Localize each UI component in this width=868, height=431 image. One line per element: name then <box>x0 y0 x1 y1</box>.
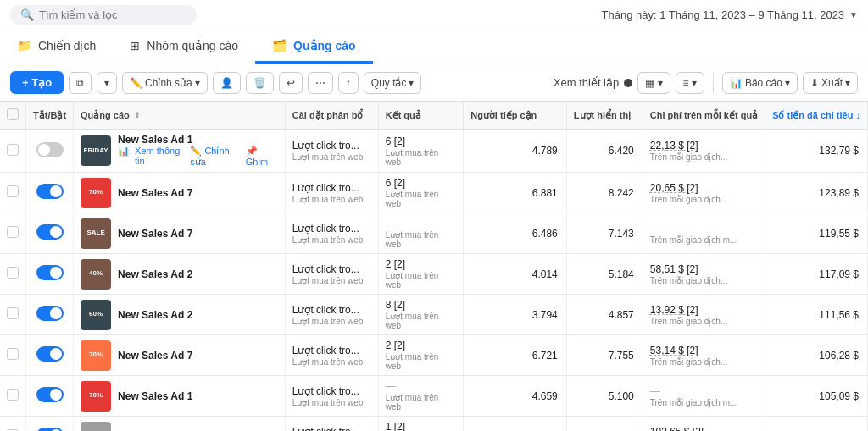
ad-name: New Sales Ad 2 <box>118 309 192 321</box>
row-checkbox-cell <box>0 254 26 295</box>
search-input[interactable] <box>39 8 175 21</box>
ads-table: Tắt/Bật Quảng cáo⬆ Cài đặt phân bổ Kết q… <box>0 102 868 431</box>
ad-thumbnail: 40% <box>81 259 111 290</box>
row-impressions-cell: 4.932 <box>566 417 643 432</box>
tab-chien-dich[interactable]: 📁 Chiến dịch <box>0 30 113 64</box>
ad-thumbnail: 50% <box>81 422 111 432</box>
col-check <box>0 102 26 130</box>
chevron-down-icon: ▼ <box>849 10 858 19</box>
ad-info: New Sales Ad 7 <box>118 350 192 362</box>
toolbar: + Tạo ⧉ ▾ ✏️ Chỉnh sửa ▾ 👤 🗑️ ↩ ⋯ ↑ Quy … <box>0 64 868 102</box>
tab-quang-cao[interactable]: 🗂️ Quảng cáo <box>255 30 373 64</box>
row-checkbox[interactable] <box>7 389 19 401</box>
tab-quang-cao-label: Quảng cáo <box>293 39 356 52</box>
row-ad-cell: SALE New Sales Ad 7 <box>74 213 286 254</box>
delete-button[interactable]: 🗑️ <box>246 72 274 94</box>
row-ad-cell: 70% New Sales Ad 7 <box>74 335 286 376</box>
row-spend-cell: 106,28 $ <box>765 335 868 376</box>
row-toggle[interactable] <box>36 265 64 280</box>
row-checkbox-cell <box>0 295 26 335</box>
row-impressions-cell: 4.857 <box>566 295 643 335</box>
row-spend-cell: 103,65 $ <box>765 417 868 432</box>
row-toggle[interactable] <box>36 428 64 431</box>
row-toggle-cell <box>26 213 74 254</box>
row-toggle[interactable] <box>36 387 64 402</box>
row-checkbox[interactable] <box>7 226 19 238</box>
row-toggle-cell <box>26 417 74 432</box>
col-imp-header: Lượt hiển thị <box>566 102 643 130</box>
select-all-checkbox[interactable] <box>7 108 19 120</box>
row-impressions-cell: 6.420 <box>566 130 643 173</box>
ad-name: New Sales Ad 7 <box>118 228 192 240</box>
row-spend-cell: 117,09 $ <box>765 254 868 295</box>
row-checkbox[interactable] <box>7 185 19 197</box>
row-ad-cell: 50% New Sales Ad 1 - Copy <box>74 417 286 432</box>
row-toggle[interactable] <box>36 346 64 362</box>
table-row: 40% New Sales Ad 2 Lượt click tro...Lượt… <box>0 254 868 295</box>
row-toggle-cell <box>26 335 74 376</box>
row-cpr-cell: —Trên mỗi giao dịch m... <box>643 213 765 254</box>
undo-button[interactable]: ↩ <box>279 72 303 94</box>
row-toggle[interactable] <box>36 306 64 321</box>
row-reach-cell: 3.794 <box>464 295 567 335</box>
stats-icon: 📊 <box>118 146 130 168</box>
table-row: 70% New Sales Ad 7 Lượt click tro...Lượt… <box>0 335 868 376</box>
ad-icon: 🗂️ <box>272 39 287 52</box>
table-row: 70% New Sales Ad 1 Lượt click tro...Lượt… <box>0 376 868 417</box>
row-checkbox[interactable] <box>7 348 19 360</box>
ad-thumbnail: SALE <box>81 218 111 249</box>
row-checkbox-cell <box>0 335 26 376</box>
duplicate-button[interactable]: ⧉ <box>69 72 92 94</box>
tab-nhom-quang-cao[interactable]: ⊞ Nhóm quảng cáo <box>113 30 255 64</box>
ad-info: New Sales Ad 2 <box>118 268 192 280</box>
view-setup-label: Xem thiết lập <box>554 76 619 89</box>
create-button[interactable]: + Tạo <box>10 71 64 94</box>
rules-button[interactable]: Quy tắc ▾ <box>364 72 422 94</box>
row-result-cell: 2 [2]Lượt mua trên web <box>378 254 463 295</box>
ad-name: New Sales Ad 2 <box>118 268 192 280</box>
row-cpr-cell: 103,65 $ [2]Trên mỗi giao dịch... <box>643 417 765 432</box>
row-dist-cell: Lượt click tro...Lượt mua trên web <box>285 254 378 295</box>
breakdown-button[interactable]: ≡ ▾ <box>676 72 704 94</box>
row-cpr-cell: 53,14 $ [2]Trên mỗi giao dịch... <box>643 335 765 376</box>
row-toggle[interactable] <box>36 142 64 157</box>
table-row: 60% New Sales Ad 2 Lượt click tro...Lượt… <box>0 295 868 335</box>
person-button[interactable]: 👤 <box>213 72 241 94</box>
row-reach-cell: 6.881 <box>464 173 567 213</box>
columns-button[interactable]: ▦ ▾ <box>637 72 670 94</box>
table-row: 70% New Sales Ad 7 Lượt click tro...Lượt… <box>0 173 868 213</box>
row-reach-cell: 4.014 <box>464 254 567 295</box>
edit-button[interactable]: ✏️ Chỉnh sửa ▾ <box>122 72 208 94</box>
ad-info: New Sales Ad 2 <box>118 309 192 321</box>
row-checkbox[interactable] <box>7 267 19 279</box>
edit-link[interactable]: ✏️ Chỉnh sửa <box>190 146 240 168</box>
search-box[interactable]: 🔍 <box>10 5 197 25</box>
row-checkbox[interactable] <box>7 144 19 156</box>
row-toggle-cell <box>26 254 74 295</box>
row-dist-cell: Lượt click tro...Lượt mua trên web <box>285 213 378 254</box>
row-spend-cell: 111,56 $ <box>765 295 868 335</box>
duplicate-dropdown-button[interactable]: ▾ <box>97 72 117 94</box>
row-toggle[interactable] <box>36 224 64 240</box>
col-spend-header: Số tiền đã chi tiêu ↓ <box>765 102 868 130</box>
row-reach-cell: 4.659 <box>464 376 567 417</box>
row-dist-cell: Lượt click tro...Lượt mua trên web <box>285 417 378 432</box>
pin-link[interactable]: 📌 Ghim <box>246 146 278 168</box>
row-result-cell: 6 [2]Lượt mua trên web <box>378 173 463 213</box>
ad-thumbnail: 70% <box>81 178 111 208</box>
col-cpr-header: Chi phí trên mỗi kết quả <box>643 102 765 130</box>
ad-info: New Sales Ad 7 <box>118 228 192 240</box>
view-setup-toggle <box>624 79 632 87</box>
view-setup[interactable]: Xem thiết lập <box>554 76 632 89</box>
row-dist-cell: Lượt click tro...Lượt mua trên web <box>285 335 378 376</box>
row-toggle[interactable] <box>36 184 64 199</box>
table-row: FRIDAY New Sales Ad 1 📊Xem thông tin ✏️ … <box>0 130 868 173</box>
more-button[interactable]: ⋯ <box>308 72 333 94</box>
row-checkbox-cell <box>0 376 26 417</box>
report-button[interactable]: 📊 Báo cáo ▾ <box>722 72 798 94</box>
date-range[interactable]: Tháng này: 1 Tháng 11, 2023 – 9 Tháng 11… <box>602 8 858 21</box>
row-checkbox[interactable] <box>7 307 19 319</box>
export-button[interactable]: ⬇ Xuất ▾ <box>803 72 858 94</box>
view-info-link[interactable]: Xem thông tin <box>135 146 185 168</box>
share-button[interactable]: ↑ <box>338 72 359 94</box>
